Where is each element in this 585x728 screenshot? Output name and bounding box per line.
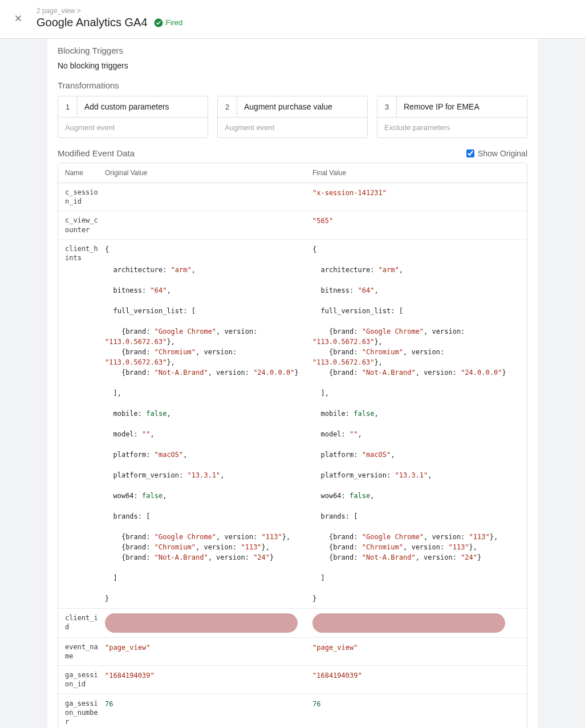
table-row: ga_session_id "1684194039" "1684194039" (58, 666, 527, 694)
code-value: { architecture: "arm", bitness: "64", fu… (105, 244, 306, 604)
string-value: "page_view" (312, 644, 358, 652)
number-value: 76 (312, 700, 320, 708)
transformation-card[interactable]: 3 Remove IP for EMEA Exclude parameters (377, 96, 527, 138)
page-title: Google Analytics GA4 (36, 16, 148, 29)
transformation-subtitle: Augment event (218, 118, 367, 137)
table-row: c_view_counter "565" (58, 211, 527, 239)
data-table: Name Original Value Final Value c_sessio… (58, 163, 527, 728)
transformation-card[interactable]: 2 Augment purchase value Augment event (217, 96, 368, 138)
table-header: Name Original Value Final Value (58, 163, 527, 183)
header-bar: 2 page_view > Google Analytics GA4 Fired (0, 0, 585, 39)
close-icon[interactable] (11, 11, 25, 25)
fired-text: Fired (166, 18, 183, 27)
row-original: "1684194039" (105, 670, 312, 681)
title-row: Google Analytics GA4 Fired (36, 16, 574, 29)
row-original (105, 613, 312, 633)
breadcrumb: 2 page_view > (36, 7, 574, 15)
fired-badge: Fired (153, 18, 183, 28)
transformations: 1 Add custom parameters Augment event 2 … (58, 96, 527, 138)
main-container: Blocking Triggers No blocking triggers T… (0, 39, 585, 728)
row-final: "565" (312, 216, 520, 226)
transformation-title: Add custom parameters (78, 96, 208, 117)
row-name: c_view_counter (65, 216, 105, 234)
row-final: 76 (312, 699, 520, 709)
show-original-toggle[interactable]: Show Original (466, 149, 527, 158)
row-final: "x-session-141231" (312, 188, 520, 198)
blocking-triggers-title: Blocking Triggers (58, 46, 527, 55)
number-value: 76 (105, 700, 113, 708)
row-original: { architecture: "arm", bitness: "64", fu… (105, 244, 312, 604)
show-original-checkbox[interactable] (466, 149, 474, 157)
row-name: client_id (65, 613, 105, 632)
row-name: ga_session_number (65, 699, 105, 727)
modified-event-header: Modified Event Data Show Original (58, 148, 527, 158)
string-value: "565" (312, 217, 333, 225)
string-value: "1684194039" (312, 672, 362, 680)
header-text: 2 page_view > Google Analytics GA4 Fired (36, 7, 574, 29)
row-original: "page_view" (105, 642, 312, 653)
row-final: "page_view" (312, 642, 520, 653)
col-original: Original Value (105, 169, 312, 177)
col-name: Name (65, 169, 105, 177)
code-value: { architecture: "arm", bitness: "64", fu… (312, 244, 513, 604)
transformation-subtitle: Augment event (58, 118, 208, 137)
panel: Blocking Triggers No blocking triggers T… (47, 39, 538, 728)
row-name: c_session_id (65, 188, 105, 206)
string-value: "1684194039" (105, 672, 155, 680)
col-final: Final Value (312, 169, 520, 177)
transformation-title: Remove IP for EMEA (397, 96, 527, 117)
modified-event-title: Modified Event Data (58, 148, 135, 158)
no-blocking-text: No blocking triggers (58, 61, 527, 78)
transformation-number: 3 (377, 96, 397, 117)
redacted-value (105, 613, 298, 633)
show-original-label[interactable]: Show Original (478, 149, 527, 158)
check-circle-icon (153, 18, 164, 28)
row-original: 76 (105, 699, 312, 709)
string-value: "x-session-141231" (312, 189, 387, 197)
transformation-card[interactable]: 1 Add custom parameters Augment event (58, 96, 208, 138)
row-name: client_hints (65, 244, 105, 262)
table-row: client_hints { architecture: "arm", bitn… (58, 240, 527, 609)
transformations-title: Transformations (58, 80, 527, 90)
table-row: event_name "page_view" "page_view" (58, 638, 527, 666)
transformation-number: 1 (58, 96, 78, 117)
table-row: c_session_id "x-session-141231" (58, 183, 527, 211)
row-final: "1684194039" (312, 670, 520, 681)
transformation-subtitle: Exclude parameters (377, 118, 527, 137)
string-value: "page_view" (105, 644, 150, 652)
table-row: client_id (58, 609, 527, 638)
svg-point-2 (154, 18, 162, 27)
table-row: ga_session_number 76 76 (58, 694, 527, 729)
transformation-number: 2 (218, 96, 237, 117)
transformation-title: Augment purchase value (237, 96, 367, 117)
row-final: { architecture: "arm", bitness: "64", fu… (312, 244, 520, 604)
row-name: ga_session_id (65, 670, 105, 689)
row-final (312, 613, 520, 633)
row-name: event_name (65, 642, 105, 661)
redacted-value (312, 613, 505, 633)
